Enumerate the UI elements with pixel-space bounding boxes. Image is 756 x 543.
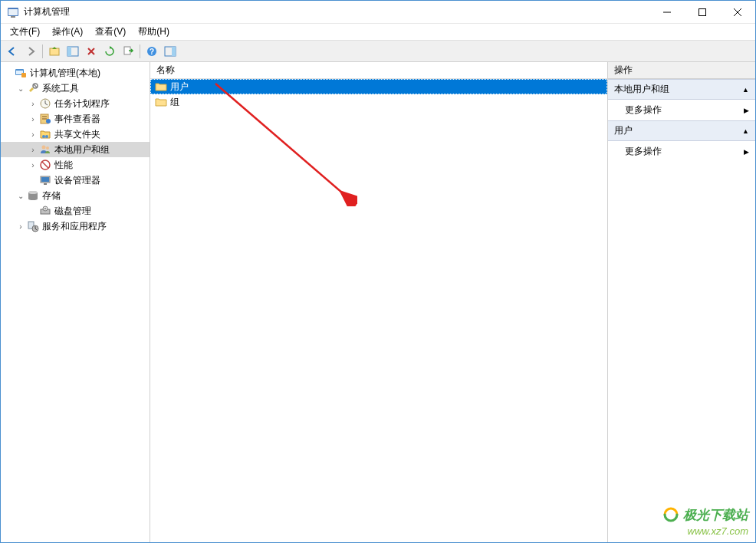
collapse-icon[interactable]: ⌄ <box>15 84 27 93</box>
storage-icon <box>27 189 39 202</box>
tree-label: 共享文件夹 <box>54 128 100 141</box>
folder-icon <box>155 81 167 93</box>
svg-point-24 <box>42 135 45 138</box>
tree-device-manager[interactable]: 设备管理器 <box>1 173 150 188</box>
forward-button[interactable] <box>22 43 39 60</box>
actions-panel: 操作 本地用户和组 ▲ 更多操作 ▶ 用户 ▲ 更多操作 ▶ <box>608 62 755 542</box>
close-button[interactable] <box>720 1 755 23</box>
up-button[interactable] <box>46 43 63 60</box>
expand-icon[interactable]: › <box>27 100 39 108</box>
tree-performance[interactable]: › 性能 <box>1 157 150 173</box>
action-label: 更多操作 <box>625 104 662 117</box>
performance-icon <box>39 159 51 171</box>
svg-text:?: ? <box>150 48 154 56</box>
tree-task-scheduler[interactable]: › 任务计划程序 <box>1 96 150 111</box>
menu-file[interactable]: 文件(F) <box>4 24 46 40</box>
svg-rect-14 <box>172 47 176 56</box>
expand-icon[interactable]: › <box>27 146 39 154</box>
tree-label: 事件查看器 <box>54 113 100 126</box>
show-hide-tree-button[interactable] <box>64 43 81 60</box>
svg-point-33 <box>28 191 38 194</box>
event-icon <box>39 113 51 125</box>
toolbar-separator <box>42 44 43 58</box>
tree-storage[interactable]: ⌄ 存储 <box>1 188 150 203</box>
help-button[interactable]: ? <box>143 43 160 60</box>
column-name-label: 名称 <box>156 64 175 77</box>
minimize-button[interactable] <box>649 1 685 23</box>
action-label: 更多操作 <box>625 145 662 158</box>
maximize-button[interactable] <box>685 1 720 23</box>
section-label: 本地用户和组 <box>614 83 669 96</box>
caret-right-icon: ▶ <box>744 148 749 156</box>
titlebar: 计算机管理 <box>1 1 755 24</box>
tree-local-users-groups[interactable]: › 本地用户和组 <box>1 142 150 157</box>
users-groups-icon <box>39 143 51 156</box>
tree-services-apps[interactable]: › 服务和应用程序 <box>1 219 150 234</box>
menu-view[interactable]: 查看(V) <box>89 24 132 40</box>
list-item-users[interactable]: 用户 <box>150 79 607 94</box>
disk-icon <box>39 205 51 217</box>
content-area: 计算机管理(本地) ⌄ 系统工具 › 任务计划程序 › 事件查看器 › 共享文件… <box>1 62 755 542</box>
toolbar-separator <box>140 44 140 58</box>
export-button[interactable] <box>120 43 136 60</box>
tools-icon <box>27 82 39 94</box>
list-column-header[interactable]: 名称 <box>150 62 607 79</box>
menu-help[interactable]: 帮助(H) <box>132 24 176 40</box>
delete-button[interactable] <box>83 43 100 60</box>
tree-root[interactable]: 计算机管理(本地) <box>1 65 150 81</box>
toolbar: ? <box>1 41 755 62</box>
app-icon <box>7 6 19 18</box>
action-more-operations-1[interactable]: 更多操作 ▶ <box>608 100 755 120</box>
tree-event-viewer[interactable]: › 事件查看器 <box>1 111 150 127</box>
tree-label: 系统工具 <box>42 82 79 95</box>
svg-rect-4 <box>699 8 706 15</box>
actions-section-users[interactable]: 用户 ▲ <box>608 120 755 141</box>
device-icon <box>39 174 51 186</box>
folder-icon <box>155 96 167 108</box>
svg-rect-9 <box>67 47 71 56</box>
menubar: 文件(F) 操作(A) 查看(V) 帮助(H) <box>1 24 755 41</box>
tree-system-tools[interactable]: ⌄ 系统工具 <box>1 81 150 96</box>
tree-label: 任务计划程序 <box>54 97 110 110</box>
tree-label: 本地用户和组 <box>54 143 110 156</box>
svg-rect-17 <box>21 73 26 77</box>
svg-point-23 <box>46 119 51 123</box>
actions-section-local-users[interactable]: 本地用户和组 ▲ <box>608 79 755 100</box>
list-item-label: 用户 <box>170 81 189 94</box>
svg-rect-1 <box>8 9 18 15</box>
app-window: 计算机管理 文件(F) 操作(A) 查看(V) 帮助(H) <box>0 0 756 543</box>
svg-point-26 <box>42 146 46 150</box>
tree-panel[interactable]: 计算机管理(本地) ⌄ 系统工具 › 任务计划程序 › 事件查看器 › 共享文件… <box>1 62 150 542</box>
tree-label: 计算机管理(本地) <box>30 67 100 80</box>
tree-disk-management[interactable]: 磁盘管理 <box>1 203 150 219</box>
menu-action[interactable]: 操作(A) <box>46 24 89 40</box>
svg-rect-2 <box>11 16 15 18</box>
caret-up-icon: ▲ <box>742 127 749 135</box>
tree-label: 性能 <box>54 159 73 172</box>
tree-label: 设备管理器 <box>54 174 100 187</box>
svg-point-36 <box>44 208 46 209</box>
tree-label: 服务和应用程序 <box>42 220 107 233</box>
back-button[interactable] <box>4 43 21 60</box>
tree-label: 磁盘管理 <box>54 205 91 218</box>
caret-up-icon: ▲ <box>742 86 749 94</box>
expand-icon[interactable]: › <box>27 130 39 139</box>
collapse-icon[interactable]: ⌄ <box>15 192 27 200</box>
list-items[interactable]: 用户 组 <box>150 79 607 542</box>
list-item-groups[interactable]: 组 <box>150 94 607 110</box>
computer-mgmt-icon <box>15 67 27 79</box>
expand-icon[interactable]: › <box>27 115 39 123</box>
expand-icon[interactable]: › <box>27 161 39 169</box>
action-more-operations-2[interactable]: 更多操作 ▶ <box>608 141 755 162</box>
expand-icon[interactable]: › <box>15 222 27 231</box>
caret-right-icon: ▶ <box>744 107 749 114</box>
action-pane-button[interactable] <box>162 43 179 60</box>
services-icon <box>27 220 39 232</box>
actions-header: 操作 <box>608 62 755 79</box>
svg-rect-31 <box>44 183 47 185</box>
svg-rect-30 <box>41 177 49 182</box>
clock-icon <box>39 97 51 110</box>
refresh-button[interactable] <box>101 43 118 60</box>
tree-label: 存储 <box>42 189 61 202</box>
tree-shared-folders[interactable]: › 共享文件夹 <box>1 127 150 142</box>
